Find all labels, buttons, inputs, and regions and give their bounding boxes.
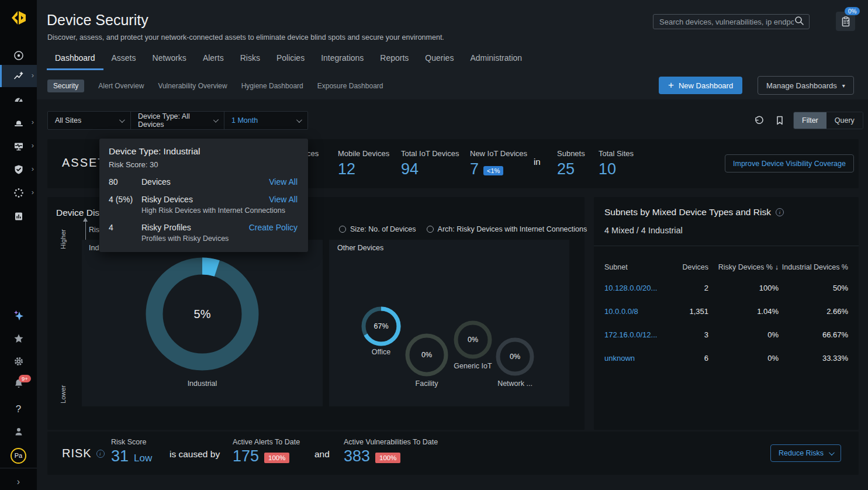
question-icon: ? <box>16 403 21 415</box>
tooltip-title: Device Type: Industrial <box>109 146 298 157</box>
sidebar-item-dashboards[interactable]: › <box>0 65 37 87</box>
subtab-hygiene-dashboard[interactable]: Hygiene Dashboard <box>241 82 303 90</box>
radio-size-devices[interactable]: Size: No. of Devices <box>339 225 416 233</box>
subnet-link[interactable]: 172.16.0.0/12... <box>604 330 673 339</box>
subtab-exposure-dashboard[interactable]: Exposure Dashboard <box>317 82 383 90</box>
gear-icon <box>13 356 25 367</box>
sparkles-icon <box>12 309 25 322</box>
sidebar-item-alerts[interactable]: › <box>0 112 37 134</box>
industrial-bottom-label: Industrial <box>144 379 261 388</box>
page-subtitle: Discover, assess, and protect your netwo… <box>47 33 444 42</box>
filter-toggle-button[interactable]: Filter <box>794 112 826 129</box>
global-search[interactable] <box>653 14 810 29</box>
trend-badge: <1% <box>483 166 503 175</box>
device-type-dropdown[interactable]: Device Type: All Devices <box>131 112 224 129</box>
sidebar-item-notifications[interactable]: 9+ <box>0 372 37 395</box>
connector-text: and <box>314 449 330 460</box>
siren-icon <box>13 117 25 129</box>
view-all-risky-devices-link[interactable]: View All <box>269 195 298 204</box>
create-policy-link[interactable]: Create Policy <box>249 223 298 232</box>
sidebar-item-favorites[interactable] <box>0 327 37 350</box>
sites-dropdown[interactable]: All Sites <box>48 112 131 129</box>
office-bubble-label: Office <box>359 348 403 356</box>
subnet-link[interactable]: unknown <box>604 354 673 363</box>
chevron-right-icon: › <box>17 477 20 487</box>
sidebar-item-account[interactable] <box>0 420 37 443</box>
metric-total-iot-devices: Total IoT Devices 94 <box>401 149 459 178</box>
tab-queries[interactable]: Queries <box>417 53 462 70</box>
caret-down-icon: ▾ <box>842 82 845 89</box>
sidebar-item-risk-gauge[interactable] <box>0 88 37 111</box>
bubble-mode-radios: Size: No. of Devices Arch: Risky Devices… <box>339 225 587 233</box>
tab-risks[interactable]: Risks <box>232 53 268 70</box>
info-icon[interactable]: i <box>96 450 105 458</box>
view-all-devices-link[interactable]: View All <box>269 177 298 187</box>
col-industrial[interactable]: Industrial Devices % <box>779 263 848 271</box>
query-toggle-button[interactable]: Query <box>826 112 863 129</box>
subnets-subtitle: 4 Mixed / 4 Industrial <box>604 226 683 235</box>
risk-summary-card: RISK i Risk Score 31 Low is caused by Ac… <box>47 432 859 475</box>
chevron-right-icon: › <box>32 141 34 150</box>
tab-alerts[interactable]: Alerts <box>195 53 232 70</box>
sidebar-user-avatar[interactable]: Pa <box>0 444 37 467</box>
sidebar-item-ai-assistant[interactable] <box>0 305 37 327</box>
bookmark-button[interactable] <box>773 113 787 127</box>
subnets-table: Subnet Devices Risky Devices %↓ Industri… <box>604 258 848 370</box>
sidebar-item-reports[interactable] <box>0 205 37 227</box>
improve-visibility-button[interactable]: Improve Device Visibility Coverage <box>725 154 854 172</box>
sidebar: › › › › › <box>0 0 37 490</box>
tab-integrations[interactable]: Integrations <box>313 53 372 70</box>
radar-icon <box>13 50 25 61</box>
table-row: 10.0.0.0/8 1,351 1.04% 2.66% <box>604 299 848 323</box>
sidebar-item-help[interactable]: ? <box>0 398 37 420</box>
subtab-security[interactable]: Security <box>47 80 84 92</box>
insights-icon <box>13 70 25 82</box>
tab-policies[interactable]: Policies <box>268 53 313 70</box>
sidebar-item-activity[interactable]: › <box>0 135 37 157</box>
sidebar-expand-button[interactable]: › <box>0 471 37 490</box>
plus-icon: + <box>668 80 674 91</box>
star-icon <box>13 333 25 344</box>
info-icon[interactable]: i <box>776 208 784 216</box>
table-row: unknown 6 0% 33.33% <box>604 346 848 370</box>
new-dashboard-button[interactable]: + New Dashboard <box>659 77 742 94</box>
search-input[interactable] <box>659 18 794 26</box>
subnet-link[interactable]: 10.0.0.0/8 <box>604 307 673 316</box>
gauge-icon <box>13 94 25 105</box>
tab-dashboard[interactable]: Dashboard <box>47 53 103 70</box>
main-nav: Dashboard Assets Networks Alerts Risks P… <box>47 53 530 70</box>
reduce-risks-button[interactable]: Reduce Risks <box>770 444 841 462</box>
generic-iot-bubble-label: Generic IoT <box>452 362 494 370</box>
tab-reports[interactable]: Reports <box>372 53 417 70</box>
subtab-vulnerability-overview[interactable]: Vulnerability Overview <box>158 82 227 90</box>
sidebar-item-settings[interactable] <box>0 350 37 372</box>
col-devices[interactable]: Devices <box>673 263 708 271</box>
search-icon <box>794 15 804 28</box>
tab-assets[interactable]: Assets <box>103 53 144 70</box>
dashboard-subnav: Security Alert Overview Vulnerability Ov… <box>47 80 383 92</box>
sidebar-item-integrations[interactable]: › <box>0 182 37 204</box>
tab-administration[interactable]: Administration <box>462 53 530 70</box>
risk-score-metric: Risk Score 31 Low <box>111 438 152 465</box>
manage-dashboards-button[interactable]: Manage Dashboards ▾ <box>758 76 854 95</box>
tooltip-row-risky-profiles: 4 Risky Profiles Create Policy Profiles … <box>109 223 298 243</box>
chevron-right-icon: › <box>32 71 34 80</box>
time-range-dropdown[interactable]: 1 Month <box>224 112 307 129</box>
brand-logo[interactable] <box>9 9 28 27</box>
chevron-right-icon: › <box>32 188 34 196</box>
radio-arch-risky[interactable]: Arch: Risky Devices with Internet Connec… <box>427 225 587 233</box>
sidebar-item-policies[interactable]: › <box>0 158 37 181</box>
office-bubble-value: 67% <box>359 305 403 348</box>
subtab-alert-overview[interactable]: Alert Overview <box>98 82 144 90</box>
bookmark-icon <box>774 115 785 126</box>
col-risky-sorted[interactable]: Risky Devices %↓ <box>708 263 779 271</box>
subnet-link[interactable]: 10.128.0.0/20... <box>604 284 673 292</box>
metric-new-iot-devices: New IoT Devices 7 <1% <box>470 149 527 178</box>
tab-networks[interactable]: Networks <box>144 53 195 70</box>
refresh-button[interactable] <box>752 113 766 127</box>
network-bubble-label: Network ... <box>494 379 536 388</box>
coverage-badge: 0% <box>845 7 860 15</box>
chevron-down-icon <box>119 117 125 123</box>
col-subnet[interactable]: Subnet <box>604 263 673 271</box>
sidebar-item-discover[interactable] <box>0 44 37 67</box>
